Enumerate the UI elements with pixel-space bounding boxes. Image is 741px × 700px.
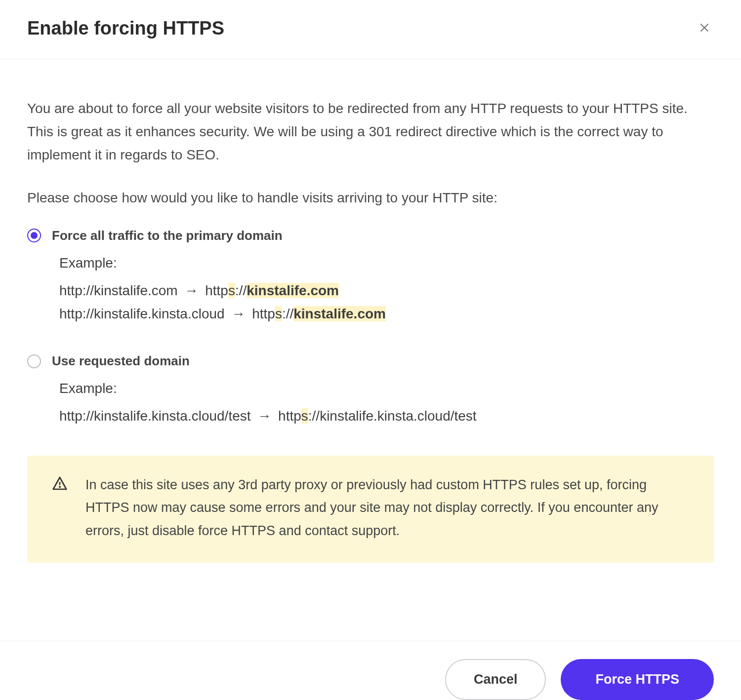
intro-text: You are about to force all your website … (27, 97, 714, 166)
example-to-scheme: :// (235, 283, 247, 298)
example-line: http://kinstalife.com → https://kinstali… (59, 279, 714, 303)
example-from: http://kinstalife.com (59, 283, 178, 298)
example-to-host: kinstalife.com (247, 283, 339, 298)
option-label: Force all traffic to the primary domain (52, 228, 283, 243)
radio-use-requested[interactable]: Use requested domain (27, 353, 714, 369)
modal-footer: Cancel Force HTTPS (0, 641, 741, 700)
warning-text: In case this site uses any 3rd party pro… (85, 473, 689, 542)
arrow-icon: → (184, 283, 198, 298)
modal-body: You are about to force all your website … (0, 59, 741, 641)
close-icon (698, 28, 711, 36)
example-to-prefix: http (252, 306, 275, 321)
close-button[interactable] (695, 18, 714, 39)
force-https-button[interactable]: Force HTTPS (561, 659, 714, 700)
choose-text: Please choose how would you like to hand… (27, 187, 714, 209)
force-https-modal: Enable forcing HTTPS You are about to fo… (0, 0, 741, 700)
example-heading: Example: (59, 381, 714, 396)
example-heading: Example: (59, 255, 714, 271)
arrow-icon: → (257, 408, 271, 424)
modal-header: Enable forcing HTTPS (0, 0, 741, 59)
radio-icon (27, 354, 41, 368)
option-label: Use requested domain (52, 353, 190, 369)
example-from: http://kinstalife.kinsta.cloud (59, 306, 225, 321)
cancel-button[interactable]: Cancel (445, 659, 546, 700)
example-to-s: s (301, 408, 308, 424)
svg-point-3 (59, 486, 60, 487)
example-line: http://kinstalife.kinsta.cloud → https:/… (59, 302, 714, 326)
warning-banner: In case this site uses any 3rd party pro… (27, 456, 714, 563)
example-to-rest: ://kinstalife.kinsta.cloud/test (308, 408, 477, 424)
arrow-icon: → (231, 306, 245, 321)
option-example-block: Example: http://kinstalife.kinsta.cloud/… (27, 381, 714, 428)
example-to-prefix: http (278, 408, 301, 424)
option-force-primary: Force all traffic to the primary domain … (27, 228, 714, 326)
example-line: http://kinstalife.kinsta.cloud/test → ht… (59, 404, 714, 428)
example-to-s: s (275, 306, 282, 321)
example-to-host: kinstalife.com (293, 306, 386, 321)
example-to-s: s (228, 283, 235, 298)
modal-title: Enable forcing HTTPS (27, 18, 224, 39)
example-from: http://kinstalife.kinsta.cloud/test (59, 408, 251, 424)
radio-force-primary[interactable]: Force all traffic to the primary domain (27, 228, 714, 243)
example-to-scheme: :// (282, 306, 293, 321)
example-to-prefix: http (205, 283, 228, 298)
option-use-requested: Use requested domain Example: http://kin… (27, 353, 714, 428)
option-example-block: Example: http://kinstalife.com → https:/… (27, 255, 714, 326)
radio-icon (27, 229, 41, 242)
warning-icon (52, 475, 68, 542)
